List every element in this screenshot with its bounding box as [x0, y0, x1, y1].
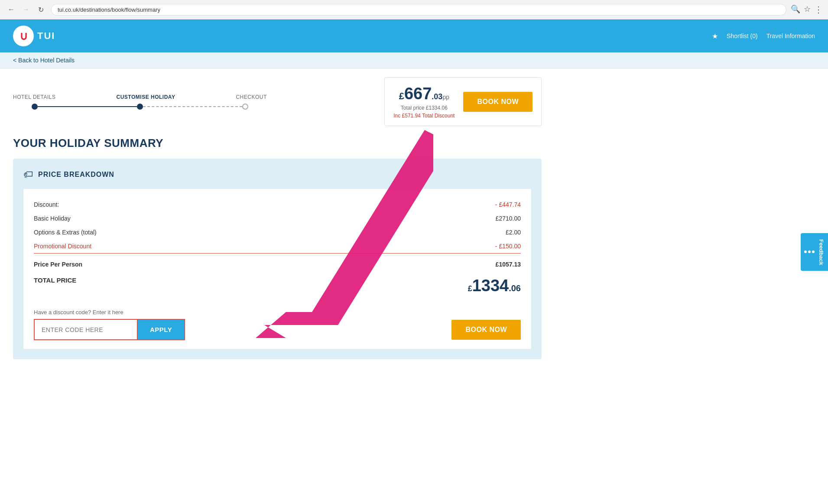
step-dot-1	[32, 104, 38, 110]
progress-steps: HOTEL DETAILS CUSTOMISE HOLIDAY CHECKOUT	[13, 94, 267, 110]
sub-header: < Back to Hotel Details	[0, 52, 828, 68]
apply-discount-button[interactable]: APPLY	[138, 319, 185, 340]
step-dot-3	[242, 104, 248, 110]
summary-title: YOUR HOLIDAY SUMMARY	[13, 137, 542, 150]
tui-header: ∪ TUI ★ Shortlist (0) Travel Information	[0, 20, 828, 52]
discount-code-section: Have a discount code? Enter it here APPL…	[34, 309, 521, 340]
back-to-hotel-link[interactable]: < Back to Hotel Details	[13, 57, 75, 64]
address-bar[interactable]: tui.co.uk/destinations/book/flow/summary	[51, 4, 786, 16]
discount-code-input[interactable]	[34, 319, 138, 340]
feedback-label: Feedback	[818, 239, 825, 265]
step-dot-2	[137, 104, 143, 110]
promo-discount-label: Promotional Discount	[34, 243, 91, 250]
step-checkout: CHECKOUT	[236, 94, 266, 100]
total-price-label: TOTAL PRICE	[34, 276, 76, 295]
progress-booking-bar: HOTEL DETAILS CUSTOMISE HOLIDAY CHECKOUT	[13, 77, 542, 126]
search-icon[interactable]: 🔍	[791, 4, 800, 15]
total-currency: £	[468, 284, 472, 293]
feedback-tab[interactable]: Feedback	[801, 233, 828, 271]
discount-value: - £447.74	[495, 201, 521, 208]
tui-arc-icon: ∪	[19, 30, 28, 42]
forward-btn[interactable]: →	[20, 3, 32, 16]
price-per-person-label: Price Per Person	[34, 261, 82, 268]
shortlist-star-icon: ★	[712, 32, 718, 40]
options-extras-value: £2.00	[506, 229, 521, 236]
tui-logo-icon: ∪	[13, 26, 34, 46]
price-decimal: .03	[432, 92, 442, 101]
reload-btn[interactable]: ↻	[35, 3, 47, 16]
price-unit: pp	[442, 94, 449, 101]
price-per-person-value: £1057.13	[496, 261, 521, 268]
price-row-promo-discount: Promotional Discount - £150.00	[34, 239, 521, 254]
discount-input-group: APPLY	[34, 319, 185, 340]
step-line-solid	[38, 106, 137, 107]
price-row-options-extras: Options & Extras (total) £2.00	[34, 225, 521, 239]
basic-holiday-label: Basic Holiday	[34, 215, 71, 222]
promo-discount-value: - £150.00	[495, 243, 521, 250]
book-now-button-bottom[interactable]: BOOK NOW	[451, 320, 521, 340]
header-nav: ★ Shortlist (0) Travel Information	[712, 32, 815, 40]
price-row-discount: Discount: - £447.74	[34, 198, 521, 211]
total-amount: £1334.06	[468, 276, 521, 295]
price-main: 667	[404, 85, 432, 103]
back-btn[interactable]: ←	[5, 3, 17, 16]
options-extras-label: Options & Extras (total)	[34, 229, 97, 236]
total-price-line: Total price £1334.06	[393, 105, 455, 111]
price-breakdown-title: PRICE BREAKDOWN	[38, 171, 114, 179]
step-customise-holiday: CUSTOMISE HOLIDAY	[117, 94, 175, 100]
price-breakdown-section: 🏷 PRICE BREAKDOWN Discount: - £447.74 Ba…	[13, 159, 542, 359]
price-table: Discount: - £447.74 Basic Holiday £2710.…	[23, 189, 531, 349]
discount-code-label: Have a discount code? Enter it here	[34, 309, 521, 315]
discount-inc-line: Inc £571.94 Total Discount	[393, 113, 455, 119]
feedback-dots	[804, 250, 815, 253]
basic-holiday-value: £2710.00	[496, 215, 521, 222]
total-price-row: TOTAL PRICE £1334.06	[34, 271, 521, 300]
tui-logo: ∪ TUI	[13, 26, 55, 46]
step-hotel-details: HOTEL DETAILS	[13, 94, 56, 100]
total-main: 1334	[472, 276, 509, 295]
price-currency: £	[399, 91, 404, 101]
step-line-dashed	[143, 106, 242, 107]
booking-summary-box: £667.03pp Total price £1334.06 Inc £571.…	[384, 77, 542, 126]
price-row-basic-holiday: Basic Holiday £2710.00	[34, 211, 521, 225]
menu-icon[interactable]: ⋮	[814, 4, 823, 15]
browser-chrome: ← → ↻ tui.co.uk/destinations/book/flow/s…	[0, 0, 828, 20]
book-now-button-top[interactable]: BOOK NOW	[463, 92, 533, 112]
price-row-per-person: Price Per Person £1057.13	[34, 255, 521, 271]
tui-brand-name: TUI	[37, 30, 55, 42]
total-decimal: .06	[509, 283, 521, 293]
travel-info-label[interactable]: Travel Information	[766, 33, 815, 39]
price-tag-icon: 🏷	[23, 169, 33, 180]
star-icon[interactable]: ☆	[804, 4, 811, 15]
discount-label: Discount:	[34, 201, 59, 208]
shortlist-label[interactable]: Shortlist (0)	[727, 33, 758, 39]
steps-line	[32, 104, 248, 110]
